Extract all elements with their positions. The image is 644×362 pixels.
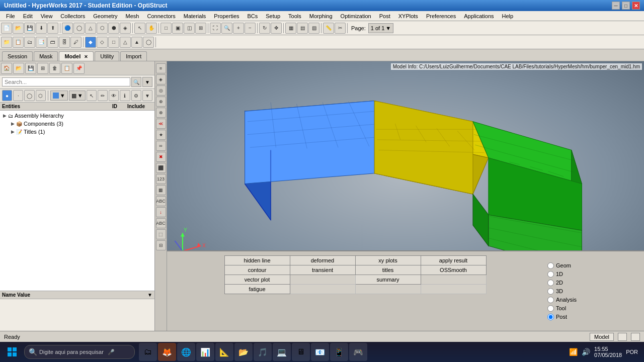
menu-post[interactable]: Post <box>375 12 394 20</box>
search-input[interactable] <box>2 77 130 86</box>
pick-tool[interactable]: ✋ <box>146 23 157 34</box>
zoom-out[interactable]: − <box>245 23 256 34</box>
maximize-button[interactable]: □ <box>622 2 630 10</box>
tab-model[interactable]: Model ✕ <box>59 51 94 61</box>
geo4[interactable]: △ <box>120 37 131 48</box>
tab-model-close[interactable]: ✕ <box>84 54 88 59</box>
titles-btn[interactable]: titles <box>355 265 421 275</box>
menu-setup[interactable]: Setup <box>262 12 284 20</box>
icon-ring[interactable]: ◯ <box>24 90 34 101</box>
taskbar-app7[interactable]: 📧 <box>311 343 329 361</box>
display-mode-dropdown[interactable]: ▼ <box>50 90 68 101</box>
view2[interactable]: ▣ <box>172 23 183 34</box>
tool3[interactable]: △ <box>85 23 96 34</box>
misc7[interactable]: 🖊 <box>70 37 82 48</box>
menu-file[interactable]: File <box>2 12 19 20</box>
zoom-in[interactable]: + <box>233 23 244 34</box>
save-button[interactable]: 💾 <box>24 23 35 34</box>
geo5[interactable]: ▲ <box>131 37 142 48</box>
apply-result-btn[interactable]: apply result <box>421 256 486 265</box>
radio-geom[interactable] <box>547 262 554 269</box>
panel-paste[interactable]: 📌 <box>73 63 85 74</box>
vert-btn-9[interactable]: ✖ <box>156 152 166 162</box>
menu-applications[interactable]: Applications <box>460 12 498 20</box>
menu-tools[interactable]: Tools <box>284 12 305 20</box>
shade3[interactable]: ▧ <box>308 23 319 34</box>
misc2[interactable]: 📋 <box>13 37 24 48</box>
minimize-button[interactable]: ─ <box>612 2 620 10</box>
hidden-line-btn[interactable]: hidden line <box>224 256 290 265</box>
vert-btn-8[interactable]: ∞ <box>156 141 166 151</box>
taskbar-search[interactable]: 🔍 Digite aqui para pesquisar 🎤 <box>24 345 135 359</box>
radio-post[interactable] <box>547 314 554 320</box>
misc1[interactable]: 📁 <box>1 37 12 48</box>
radio-3d[interactable] <box>547 288 554 295</box>
menu-geometry[interactable]: Geometry <box>89 12 121 20</box>
vert-btn-3[interactable]: ◎ <box>156 85 166 96</box>
tab-session[interactable]: Session <box>2 51 33 61</box>
tool4[interactable]: ⬡ <box>97 23 108 34</box>
tab-import[interactable]: Import <box>120 51 147 61</box>
menu-help[interactable]: Help <box>498 12 518 20</box>
measure[interactable]: 📏 <box>323 23 334 34</box>
menu-materials[interactable]: Materials <box>180 12 210 20</box>
menu-bcs[interactable]: BCs <box>244 12 262 20</box>
taskbar-language[interactable]: POR <box>626 349 638 355</box>
taskbar-app4[interactable]: 🎵 <box>254 343 272 361</box>
radio-2d[interactable] <box>547 280 554 286</box>
icon-solid[interactable]: ● <box>2 90 12 101</box>
rotate[interactable]: ↻ <box>259 23 270 34</box>
panel-home[interactable]: 🏠 <box>1 63 12 74</box>
taskbar-app1[interactable]: 📊 <box>196 343 214 361</box>
search-button[interactable]: 🔍 <box>131 77 141 87</box>
taskbar-chrome[interactable]: 🌐 <box>177 343 195 361</box>
misc6[interactable]: 🗄 <box>59 37 70 48</box>
close-button[interactable]: ✕ <box>632 2 640 10</box>
menu-properties[interactable]: Properties <box>210 12 243 20</box>
panel-save[interactable]: 💾 <box>25 63 36 74</box>
eye-icon[interactable]: 👁 <box>109 90 119 101</box>
misc5[interactable]: 🗃 <box>47 37 58 48</box>
panel-delete[interactable]: 🗑 <box>49 63 60 74</box>
export-button[interactable]: ⬆ <box>47 23 58 34</box>
contour-btn[interactable]: contour <box>224 265 290 275</box>
vert-btn-6[interactable]: ≪ <box>156 119 166 129</box>
zoom-sel[interactable]: 🔍 <box>221 23 232 34</box>
taskbar-app5[interactable]: 💻 <box>273 343 291 361</box>
panel-open[interactable]: 📂 <box>13 63 24 74</box>
vector-plot-btn[interactable]: vector plot <box>224 275 290 285</box>
menu-mesh[interactable]: Mesh <box>122 12 143 20</box>
vert-btn-7[interactable]: ★ <box>156 130 166 140</box>
search-options-button[interactable]: ▼ <box>142 77 152 87</box>
menu-optimization[interactable]: Optimization <box>337 12 375 20</box>
vert-btn-13[interactable]: ABC <box>156 196 166 206</box>
tab-mask[interactable]: Mask <box>34 51 58 61</box>
radio-tool[interactable] <box>547 305 554 312</box>
vert-btn-5[interactable]: ⊗ <box>156 108 166 118</box>
tree-item-titles[interactable]: ▶ 📝 Titles (1) <box>1 128 153 136</box>
taskbar-app3[interactable]: 📂 <box>234 343 253 361</box>
fatigue-btn[interactable]: fatigue <box>224 285 290 294</box>
transient-btn[interactable]: transient <box>290 265 355 275</box>
taskbar-app6[interactable]: 🖥 <box>292 343 310 361</box>
taskbar-app2[interactable]: 📐 <box>215 343 233 361</box>
vert-btn-4[interactable]: ⊕ <box>156 97 166 107</box>
pan[interactable]: ✥ <box>271 23 282 34</box>
shade2[interactable]: ▤ <box>297 23 308 34</box>
geo3[interactable]: □ <box>108 37 119 48</box>
tree-item-components[interactable]: ▶ 📦 Components (3) <box>1 120 153 128</box>
misc4[interactable]: 📑 <box>36 37 47 48</box>
menu-morphing[interactable]: Morphing <box>305 12 337 20</box>
geo6[interactable]: ◯ <box>143 37 154 48</box>
icon-hex[interactable]: ⬡ <box>36 90 46 101</box>
tab-utility[interactable]: Utility <box>95 51 119 61</box>
taskbar-volume-icon[interactable]: 🔊 <box>582 348 590 356</box>
vert-btn-10[interactable]: ⬛ <box>156 163 166 173</box>
xy-plots-btn[interactable]: xy plots <box>355 256 421 265</box>
radio-analysis[interactable] <box>547 297 554 303</box>
shade1[interactable]: ▦ <box>285 23 296 34</box>
open-button[interactable]: 📂 <box>13 23 24 34</box>
cursor-icon[interactable]: ↖ <box>87 90 97 101</box>
taskbar-app9[interactable]: 🎮 <box>349 343 367 361</box>
taskbar-app8[interactable]: 📱 <box>330 343 348 361</box>
